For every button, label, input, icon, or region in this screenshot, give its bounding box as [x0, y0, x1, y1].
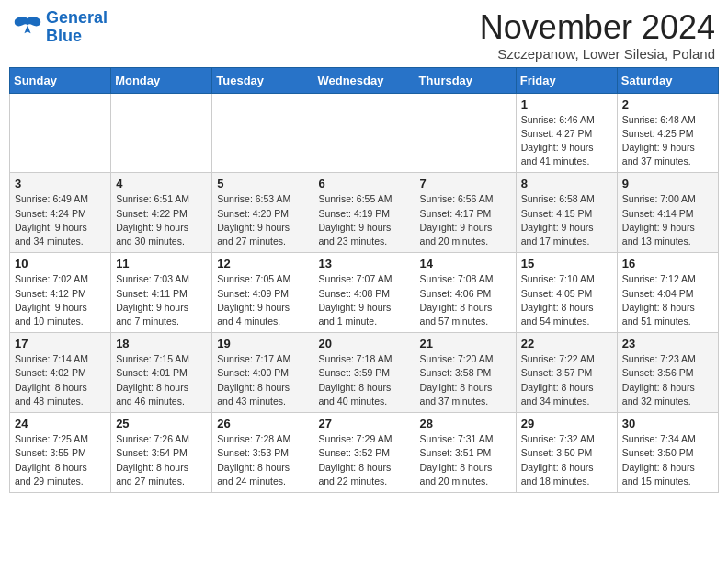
- day-info: Sunrise: 7:03 AMSunset: 4:11 PMDaylight:…: [116, 272, 207, 328]
- day-cell: 23Sunrise: 7:23 AMSunset: 3:56 PMDayligh…: [617, 333, 718, 413]
- day-cell: [111, 93, 212, 173]
- location-subtitle: Szczepanow, Lower Silesia, Poland: [480, 46, 715, 62]
- day-cell: 22Sunrise: 7:22 AMSunset: 3:57 PMDayligh…: [516, 333, 617, 413]
- day-info: Sunrise: 7:32 AMSunset: 3:50 PMDaylight:…: [521, 432, 612, 488]
- day-info: Sunrise: 7:31 AMSunset: 3:51 PMDaylight:…: [420, 432, 511, 488]
- day-number: 19: [217, 337, 308, 350]
- day-info: Sunrise: 7:28 AMSunset: 3:53 PMDaylight:…: [217, 432, 308, 488]
- day-number: 26: [217, 417, 308, 431]
- day-number: 3: [15, 177, 106, 190]
- day-info: Sunrise: 7:23 AMSunset: 3:56 PMDaylight:…: [622, 352, 713, 408]
- weekday-header-saturday: Saturday: [617, 67, 718, 93]
- day-number: 5: [217, 177, 308, 190]
- day-info: Sunrise: 7:15 AMSunset: 4:01 PMDaylight:…: [116, 352, 207, 408]
- day-number: 22: [521, 337, 612, 350]
- day-info: Sunrise: 7:14 AMSunset: 4:02 PMDaylight:…: [15, 352, 106, 408]
- day-info: Sunrise: 7:07 AMSunset: 4:08 PMDaylight:…: [318, 272, 409, 328]
- day-number: 13: [318, 257, 409, 270]
- day-cell: [313, 93, 415, 173]
- day-cell: 2Sunrise: 6:48 AMSunset: 4:25 PMDaylight…: [617, 93, 718, 173]
- day-info: Sunrise: 7:18 AMSunset: 3:59 PMDaylight:…: [318, 352, 409, 408]
- weekday-header-thursday: Thursday: [415, 67, 516, 93]
- day-cell: 18Sunrise: 7:15 AMSunset: 4:01 PMDayligh…: [111, 333, 212, 413]
- day-info: Sunrise: 7:05 AMSunset: 4:09 PMDaylight:…: [217, 272, 308, 328]
- weekday-header-sunday: Sunday: [10, 67, 111, 93]
- day-info: Sunrise: 6:58 AMSunset: 4:15 PMDaylight:…: [521, 192, 612, 248]
- day-info: Sunrise: 7:02 AMSunset: 4:12 PMDaylight:…: [15, 272, 106, 328]
- logo-text: General Blue: [46, 9, 108, 46]
- day-info: Sunrise: 6:48 AMSunset: 4:25 PMDaylight:…: [622, 113, 713, 169]
- month-title: November 2024: [480, 9, 715, 46]
- day-cell: 13Sunrise: 7:07 AMSunset: 4:08 PMDayligh…: [313, 253, 415, 333]
- day-cell: 12Sunrise: 7:05 AMSunset: 4:09 PMDayligh…: [212, 253, 313, 333]
- day-cell: 16Sunrise: 7:12 AMSunset: 4:04 PMDayligh…: [617, 253, 718, 333]
- day-number: 1: [521, 98, 612, 111]
- logo-icon: [13, 15, 42, 40]
- day-info: Sunrise: 7:08 AMSunset: 4:06 PMDaylight:…: [420, 272, 511, 328]
- day-info: Sunrise: 7:29 AMSunset: 3:52 PMDaylight:…: [318, 432, 409, 488]
- day-info: Sunrise: 6:49 AMSunset: 4:24 PMDaylight:…: [15, 192, 106, 248]
- day-cell: 24Sunrise: 7:25 AMSunset: 3:55 PMDayligh…: [10, 413, 111, 493]
- day-number: 6: [318, 177, 409, 190]
- day-number: 18: [116, 337, 207, 350]
- day-cell: 17Sunrise: 7:14 AMSunset: 4:02 PMDayligh…: [10, 333, 111, 413]
- weekday-header-row: SundayMondayTuesdayWednesdayThursdayFrid…: [10, 67, 719, 93]
- day-cell: 1Sunrise: 6:46 AMSunset: 4:27 PMDaylight…: [516, 93, 617, 173]
- day-cell: 20Sunrise: 7:18 AMSunset: 3:59 PMDayligh…: [313, 333, 415, 413]
- day-info: Sunrise: 7:17 AMSunset: 4:00 PMDaylight:…: [217, 352, 308, 408]
- day-info: Sunrise: 6:55 AMSunset: 4:19 PMDaylight:…: [318, 192, 409, 248]
- day-number: 24: [15, 417, 106, 431]
- day-number: 7: [420, 177, 511, 190]
- logo: General Blue: [13, 9, 108, 46]
- week-row-1: 1Sunrise: 6:46 AMSunset: 4:27 PMDaylight…: [10, 93, 719, 173]
- day-cell: 14Sunrise: 7:08 AMSunset: 4:06 PMDayligh…: [415, 253, 516, 333]
- day-info: Sunrise: 7:26 AMSunset: 3:54 PMDaylight:…: [116, 432, 207, 488]
- day-info: Sunrise: 6:46 AMSunset: 4:27 PMDaylight:…: [521, 113, 612, 169]
- day-number: 15: [521, 257, 612, 270]
- day-cell: 21Sunrise: 7:20 AMSunset: 3:58 PMDayligh…: [415, 333, 516, 413]
- day-info: Sunrise: 7:22 AMSunset: 3:57 PMDaylight:…: [521, 352, 612, 408]
- day-info: Sunrise: 7:34 AMSunset: 3:50 PMDaylight:…: [622, 432, 713, 488]
- day-number: 4: [116, 177, 207, 190]
- week-row-3: 10Sunrise: 7:02 AMSunset: 4:12 PMDayligh…: [10, 253, 719, 333]
- day-cell: 3Sunrise: 6:49 AMSunset: 4:24 PMDaylight…: [10, 173, 111, 253]
- day-cell: 5Sunrise: 6:53 AMSunset: 4:20 PMDaylight…: [212, 173, 313, 253]
- day-cell: [415, 93, 516, 173]
- day-number: 11: [116, 257, 207, 270]
- day-cell: 4Sunrise: 6:51 AMSunset: 4:22 PMDaylight…: [111, 173, 212, 253]
- day-number: 9: [622, 177, 713, 190]
- day-cell: [10, 93, 111, 173]
- title-block: November 2024 Szczepanow, Lower Silesia,…: [480, 9, 715, 62]
- day-info: Sunrise: 6:51 AMSunset: 4:22 PMDaylight:…: [116, 192, 207, 248]
- day-number: 21: [420, 337, 511, 350]
- day-cell: 26Sunrise: 7:28 AMSunset: 3:53 PMDayligh…: [212, 413, 313, 493]
- week-row-2: 3Sunrise: 6:49 AMSunset: 4:24 PMDaylight…: [10, 173, 719, 253]
- day-cell: [212, 93, 313, 173]
- day-number: 14: [420, 257, 511, 270]
- day-info: Sunrise: 7:12 AMSunset: 4:04 PMDaylight:…: [622, 272, 713, 328]
- page-header: General Blue November 2024 Szczepanow, L…: [9, 9, 719, 62]
- week-row-4: 17Sunrise: 7:14 AMSunset: 4:02 PMDayligh…: [10, 333, 719, 413]
- day-number: 17: [15, 337, 106, 350]
- day-number: 10: [15, 257, 106, 270]
- day-info: Sunrise: 7:25 AMSunset: 3:55 PMDaylight:…: [15, 432, 106, 488]
- day-cell: 9Sunrise: 7:00 AMSunset: 4:14 PMDaylight…: [617, 173, 718, 253]
- day-info: Sunrise: 7:10 AMSunset: 4:05 PMDaylight:…: [521, 272, 612, 328]
- day-cell: 30Sunrise: 7:34 AMSunset: 3:50 PMDayligh…: [617, 413, 718, 493]
- day-number: 25: [116, 417, 207, 431]
- weekday-header-monday: Monday: [111, 67, 212, 93]
- calendar-table: SundayMondayTuesdayWednesdayThursdayFrid…: [9, 67, 719, 493]
- day-number: 29: [521, 417, 612, 431]
- day-number: 12: [217, 257, 308, 270]
- weekday-header-wednesday: Wednesday: [313, 67, 415, 93]
- day-number: 8: [521, 177, 612, 190]
- day-cell: 25Sunrise: 7:26 AMSunset: 3:54 PMDayligh…: [111, 413, 212, 493]
- day-cell: 8Sunrise: 6:58 AMSunset: 4:15 PMDaylight…: [516, 173, 617, 253]
- day-cell: 19Sunrise: 7:17 AMSunset: 4:00 PMDayligh…: [212, 333, 313, 413]
- weekday-header-tuesday: Tuesday: [212, 67, 313, 93]
- day-number: 20: [318, 337, 409, 350]
- day-number: 2: [622, 98, 713, 111]
- day-info: Sunrise: 6:53 AMSunset: 4:20 PMDaylight:…: [217, 192, 308, 248]
- day-cell: 6Sunrise: 6:55 AMSunset: 4:19 PMDaylight…: [313, 173, 415, 253]
- weekday-header-friday: Friday: [516, 67, 617, 93]
